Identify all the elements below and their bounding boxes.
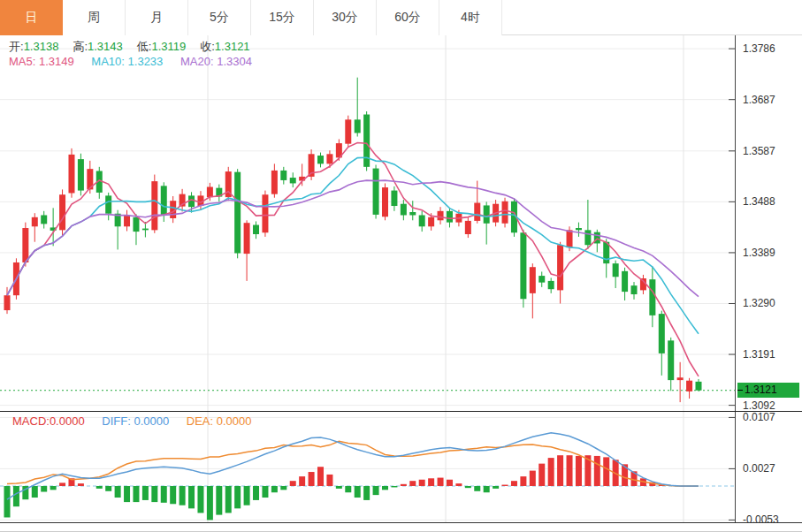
last-price-tag: 1.3121: [737, 383, 799, 398]
svg-text:1.3786: 1.3786: [743, 42, 775, 55]
dea-label: DEA:: [187, 414, 213, 428]
ma20-value: 1.3304: [217, 55, 252, 68]
tab-day[interactable]: 日: [0, 0, 63, 35]
grid-layer: [0, 35, 736, 411]
svg-text:0.0027: 0.0027: [743, 462, 775, 475]
close-value: 1.3121: [215, 40, 250, 53]
macd-histogram: [4, 455, 675, 520]
svg-text:1.3290: 1.3290: [743, 297, 775, 309]
svg-text:-0.0053: -0.0053: [743, 513, 779, 522]
diff-label: DIFF:: [102, 414, 131, 428]
macd-legend: MACD:0.0000 DIFF: 0.0000 DEA: 0.0000: [12, 414, 266, 428]
low-value: 1.3119: [151, 40, 186, 53]
low-label: 低:: [137, 40, 152, 53]
tab-5min[interactable]: 5分: [188, 0, 251, 35]
svg-text:1.3587: 1.3587: [743, 145, 775, 157]
macd-y-axis: 0.01070.0027-0.0053: [729, 412, 779, 522]
ma5-label: MA5:: [9, 55, 35, 68]
ma5-value: 1.3149: [39, 55, 74, 68]
svg-text:0.0107: 0.0107: [743, 412, 775, 423]
timeframe-tabbar: 日周月5分15分30分60分4时: [0, 0, 802, 35]
ma-legend: MA5: 1.3149 MA10: 1.3233 MA20: 1.3304: [9, 55, 266, 68]
candles-layer: [4, 78, 702, 402]
tab-15min[interactable]: 15分: [251, 0, 314, 35]
ma10-label: MA10:: [91, 55, 125, 68]
diff-value: 0.0000: [134, 414, 169, 428]
open-label: 开:: [9, 40, 24, 53]
macd-chart[interactable]: 0.01070.0027-0.0053: [0, 412, 802, 522]
ma20-label: MA20:: [180, 55, 214, 68]
macd-label: MACD:: [12, 414, 50, 428]
close-label: 收:: [200, 40, 215, 53]
chart-app-window: 日周月5分15分30分60分4时 开:1.3138高:1.3143低:1.311…: [0, 0, 802, 532]
ma5-line: [7, 143, 699, 376]
open-value: 1.3138: [24, 40, 59, 53]
svg-text:1.3687: 1.3687: [743, 94, 775, 106]
panel-separator: [0, 411, 802, 412]
dea-value: 0.0000: [217, 414, 252, 428]
svg-text:1.3389: 1.3389: [743, 247, 775, 259]
ma10-value: 1.3233: [128, 55, 164, 68]
ohlc-legend: 开:1.3138高:1.3143低:1.3119收:1.3121: [9, 39, 264, 55]
macd-value: 0.0000: [50, 414, 85, 428]
svg-text:1.3092: 1.3092: [743, 399, 775, 411]
svg-text:1.3191: 1.3191: [743, 348, 775, 361]
high-label: 高:: [73, 40, 88, 53]
y-axis: 1.37861.36871.35871.34881.33891.32901.31…: [729, 35, 775, 411]
tab-month[interactable]: 月: [126, 0, 188, 35]
svg-text:1.3488: 1.3488: [743, 195, 775, 208]
tab-4hour[interactable]: 4时: [439, 0, 502, 35]
tab-week[interactable]: 周: [63, 0, 126, 35]
tab-60min[interactable]: 60分: [377, 0, 439, 35]
high-value: 1.3143: [88, 40, 123, 53]
bottom-border: [0, 522, 802, 523]
tab-30min[interactable]: 30分: [314, 0, 377, 35]
main-candlestick-chart[interactable]: 1.37861.36871.35871.34881.33891.32901.31…: [0, 35, 802, 411]
